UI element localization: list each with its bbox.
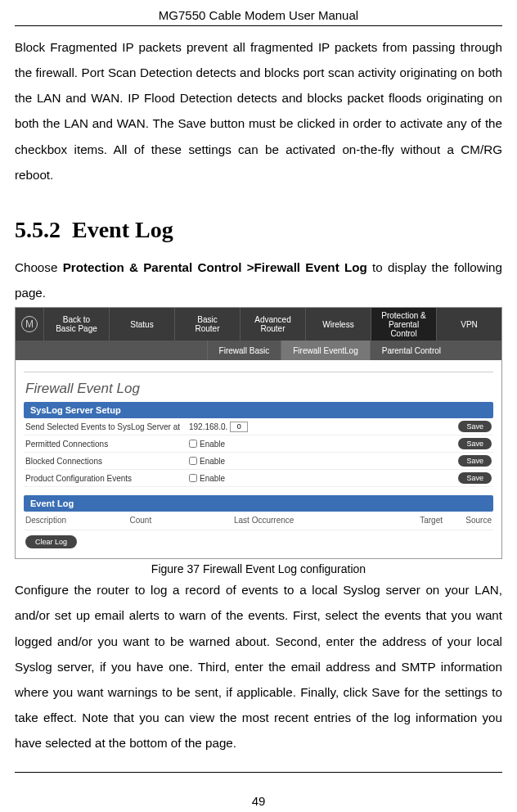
nav-label: Status bbox=[130, 320, 153, 329]
col-source: Source bbox=[443, 516, 492, 525]
nav-label: Router bbox=[260, 324, 285, 333]
nav-instruction: Choose Protection & Parental Control >Fi… bbox=[15, 255, 502, 305]
checkbox-permitted[interactable] bbox=[189, 440, 197, 448]
enable-text: Enable bbox=[200, 457, 225, 466]
figure-caption: Figure 37 Firewall Event Log configurati… bbox=[15, 562, 502, 575]
subnav-firewall-eventlog[interactable]: Firewall EventLog bbox=[281, 341, 369, 360]
eventlog-section-bar: Event Log bbox=[24, 495, 493, 512]
sub-nav: Firewall Basic Firewall EventLog Parenta… bbox=[16, 341, 501, 360]
section-heading: 5.5.2 Event Log bbox=[15, 217, 502, 243]
nav-path: Protection & Parental Control >Firewall … bbox=[63, 260, 367, 274]
nav-label: Parental Control bbox=[375, 320, 433, 338]
nav-protection-parental[interactable]: Protection & Parental Control bbox=[371, 308, 436, 341]
header-divider bbox=[15, 25, 502, 26]
nav-wireless[interactable]: Wireless bbox=[305, 308, 371, 341]
top-nav: M Back to Basic Page Status Basic Router… bbox=[16, 308, 501, 341]
motorola-logo-icon: M bbox=[16, 308, 43, 341]
row-product-config-events: Product Configuration Events Enable Save bbox=[24, 470, 493, 487]
section-title: Event Log bbox=[72, 217, 173, 242]
save-button[interactable]: Save bbox=[458, 455, 492, 467]
intro-paragraph: Block Fragmented IP packets prevent all … bbox=[15, 34, 502, 187]
label-permitted: Permitted Connections bbox=[25, 440, 189, 449]
nav-label: Back to bbox=[63, 315, 90, 324]
row-syslog-server: Send Selected Events to SysLog Server at… bbox=[24, 418, 493, 435]
save-button[interactable]: Save bbox=[458, 438, 492, 449]
ui-screenshot: M Back to Basic Page Status Basic Router… bbox=[15, 307, 502, 559]
nav-label: Basic Page bbox=[56, 324, 97, 333]
subnav-firewall-basic[interactable]: Firewall Basic bbox=[207, 341, 281, 360]
syslog-section-bar: SysLog Server Setup bbox=[24, 402, 493, 418]
section-number: 5.5.2 bbox=[15, 217, 61, 242]
col-target: Target bbox=[339, 516, 443, 525]
eventlog-columns: Description Count Last Occurrence Target… bbox=[24, 512, 493, 530]
label-syslog-server: Send Selected Events to SysLog Server at bbox=[25, 422, 189, 431]
body-divider bbox=[24, 372, 493, 372]
ip-prefix: 192.168.0. bbox=[189, 422, 227, 431]
nav-instruction-pre: Choose bbox=[15, 260, 63, 274]
enable-text: Enable bbox=[200, 474, 225, 483]
label-product-config: Product Configuration Events bbox=[25, 474, 189, 483]
label-blocked: Blocked Connections bbox=[25, 457, 189, 466]
nav-label: Protection & bbox=[381, 311, 425, 320]
row-permitted-connections: Permitted Connections Enable Save bbox=[24, 435, 493, 453]
col-count: Count bbox=[130, 516, 235, 525]
checkbox-product-config[interactable] bbox=[189, 474, 197, 482]
nav-label: Wireless bbox=[322, 320, 353, 329]
description-paragraph: Configure the router to log a record of … bbox=[15, 577, 502, 756]
nav-label: Router bbox=[195, 324, 219, 333]
clear-log-button[interactable]: Clear Log bbox=[25, 535, 77, 548]
nav-basic-router[interactable]: Basic Router bbox=[174, 308, 240, 341]
nav-vpn[interactable]: VPN bbox=[436, 308, 501, 341]
row-blocked-connections: Blocked Connections Enable Save bbox=[24, 453, 493, 470]
col-description: Description bbox=[25, 516, 130, 525]
nav-back-to-basic[interactable]: Back to Basic Page bbox=[43, 308, 109, 341]
enable-text: Enable bbox=[200, 440, 225, 449]
footer-divider bbox=[15, 772, 502, 773]
checkbox-blocked[interactable] bbox=[189, 457, 197, 465]
nav-label: Advanced bbox=[254, 315, 290, 324]
doc-title: MG7550 Cable Modem User Manual bbox=[15, 8, 502, 22]
nav-advanced-router[interactable]: Advanced Router bbox=[240, 308, 305, 341]
save-button[interactable]: Save bbox=[458, 421, 492, 432]
page-heading: Firewall Event Log bbox=[25, 381, 493, 397]
save-button[interactable]: Save bbox=[458, 472, 492, 484]
nav-label: Basic bbox=[197, 315, 217, 324]
nav-status[interactable]: Status bbox=[109, 308, 174, 341]
ip-last-octet-input[interactable] bbox=[230, 422, 248, 432]
figure-caption-text: Figure 37 Firewall Event Log configurati… bbox=[151, 562, 366, 575]
page-number: 49 bbox=[15, 794, 502, 808]
subnav-parental-control[interactable]: Parental Control bbox=[370, 341, 452, 360]
nav-label: VPN bbox=[461, 320, 478, 329]
col-last-occurrence: Last Occurrence bbox=[234, 516, 339, 525]
